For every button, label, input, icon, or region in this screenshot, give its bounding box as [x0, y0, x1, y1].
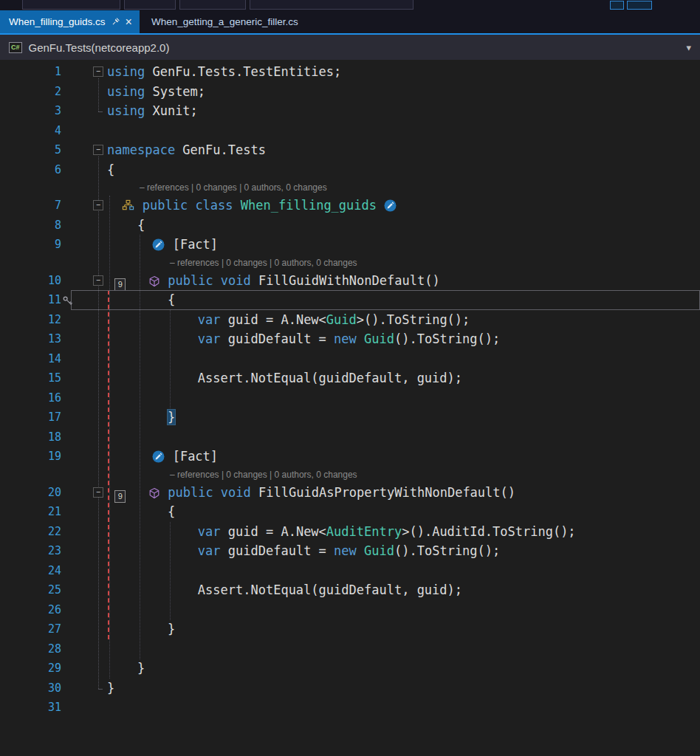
code-segment: var	[198, 331, 221, 346]
code-segment: }	[107, 661, 145, 676]
code-line[interactable]: Assert.NotEqual(guidDefault, guid);	[107, 368, 462, 388]
code-segment: public void	[168, 273, 258, 288]
code-line[interactable]: [Fact]	[107, 235, 218, 255]
line-number: 29	[0, 659, 71, 678]
code-line[interactable]: }	[107, 408, 175, 427]
editor-row: 15 Assert.NotEqual(guidDefault, guid);	[0, 368, 700, 388]
editor-row: 22 var guid = A.New<AuditEntry>().AuditI…	[0, 522, 700, 542]
code-editor[interactable]: 1−using GenFu.Tests.TestEntities;2using …	[0, 60, 700, 756]
outlining-margin	[71, 447, 107, 467]
code-segment: Guid	[364, 331, 394, 346]
editor-row: 24	[0, 561, 700, 581]
toolbar-fragment	[250, 0, 414, 10]
code-line[interactable]: public class When_filling_guids	[107, 196, 397, 216]
editor-row: 10− 9 public void FillGuidWithNonDefault…	[0, 271, 700, 291]
code-line[interactable]: var guidDefault = new Guid().ToString();	[107, 541, 500, 561]
toolbar-button[interactable]	[627, 1, 652, 10]
code-line[interactable]: }	[107, 619, 175, 639]
collapse-toggle-icon[interactable]: −	[93, 200, 103, 210]
editor-row: 18	[0, 427, 700, 447]
code-segment: var	[198, 543, 221, 558]
code-line[interactable]: 9 public void FillGuidWithNonDefault()	[107, 271, 440, 291]
editor-row: 1−using GenFu.Tests.TestEntities;	[0, 62, 700, 82]
code-line[interactable]: var guidDefault = new Guid().ToString();	[107, 329, 500, 349]
code-line[interactable]: namespace GenFu.Tests	[107, 140, 266, 160]
line-number: 11	[0, 290, 71, 310]
key-icon	[62, 294, 74, 314]
outlining-margin	[71, 541, 107, 561]
code-segment	[357, 543, 364, 558]
collapse-toggle-icon[interactable]: −	[93, 487, 103, 498]
code-line[interactable]: {	[107, 216, 145, 236]
chevron-down-icon[interactable]: ▾	[686, 42, 691, 53]
tab-when-getting-a-generic-filler[interactable]: When_getting_a_generic_filler.cs	[140, 10, 306, 33]
code-metric-badge: 9	[114, 490, 126, 503]
outlining-margin: −	[71, 140, 107, 160]
toolbar-fragment	[179, 0, 246, 10]
outlining-margin	[71, 698, 107, 718]
line-number	[0, 179, 71, 196]
code-segment: ().ToString();	[394, 543, 500, 558]
line-number	[0, 467, 71, 483]
codelens-indicator[interactable]: – references | 0 changes | 0 authors, 0 …	[107, 179, 327, 196]
code-line[interactable]: var guid = A.New<Guid>().ToString();	[107, 310, 470, 330]
outlining-margin	[71, 255, 107, 271]
line-number: 18	[0, 427, 71, 447]
collapse-toggle-icon[interactable]: −	[93, 145, 103, 155]
outlining-margin	[71, 82, 107, 102]
codelens-indicator[interactable]: – references | 0 changes | 0 authors, 0 …	[107, 467, 357, 483]
code-segment: >().AuditId.ToString();	[402, 524, 575, 539]
outlining-margin	[71, 310, 107, 330]
code-segment	[126, 485, 148, 500]
close-icon[interactable]: ×	[126, 16, 132, 28]
code-segment: FillGuidAsPropertyWithNonDefault()	[258, 485, 515, 500]
outlining-margin	[71, 427, 107, 447]
line-number: 20	[0, 483, 71, 503]
navigation-bar[interactable]: C# GenFu.Tests(netcoreapp2.0) ▾	[0, 35, 700, 60]
editor-row: 9 [Fact]	[0, 235, 700, 255]
outlining-margin	[71, 561, 107, 581]
line-number: 14	[0, 349, 71, 369]
outlining-margin	[71, 619, 107, 639]
line-number: 1	[0, 62, 71, 82]
pin-icon[interactable]	[111, 17, 120, 27]
pencil-icon[interactable]	[384, 198, 397, 218]
collapse-toggle-icon[interactable]: −	[93, 275, 103, 286]
code-segment	[126, 273, 148, 288]
code-line[interactable]: }	[107, 678, 114, 698]
code-line[interactable]: using Xunit;	[107, 101, 198, 121]
outlining-margin	[71, 368, 107, 388]
line-number: 6	[0, 160, 71, 180]
code-line[interactable]: }	[107, 659, 145, 678]
pencil-icon[interactable]	[152, 237, 165, 257]
toolbar-button[interactable]	[610, 1, 624, 10]
code-segment: Guid	[326, 312, 357, 327]
pencil-icon[interactable]	[152, 449, 165, 469]
outlining-margin: −	[71, 483, 107, 503]
code-line[interactable]: using System;	[107, 82, 205, 102]
codelens-indicator[interactable]: – references | 0 changes | 0 authors, 0 …	[107, 255, 357, 271]
outlining-margin	[71, 101, 107, 121]
codelens-row: – references | 0 changes | 0 authors, 0 …	[0, 179, 700, 196]
code-line[interactable]: {	[107, 160, 114, 180]
code-segment: When_filling_guids	[241, 198, 377, 213]
editor-row: 4	[0, 121, 700, 141]
code-segment: {	[107, 292, 175, 307]
line-number: 7	[0, 196, 71, 216]
toolbar-fragment	[22, 0, 120, 10]
code-line[interactable]: {	[107, 502, 175, 522]
editor-row: 30}	[0, 678, 700, 698]
code-segment: namespace	[107, 142, 175, 157]
code-line[interactable]: 9 public void FillGuidAsPropertyWithNonD…	[107, 483, 515, 503]
outlining-margin: −	[71, 196, 107, 216]
code-line[interactable]: Assert.NotEqual(guidDefault, guid);	[107, 580, 462, 600]
collapse-toggle-icon[interactable]: −	[93, 66, 103, 77]
tab-when-filling-guids[interactable]: When_filling_guids.cs ×	[0, 10, 140, 33]
code-line[interactable]: var guid = A.New<AuditEntry>().AuditId.T…	[107, 522, 576, 542]
code-line[interactable]: using GenFu.Tests.TestEntities;	[107, 62, 341, 82]
line-number: 24	[0, 561, 71, 581]
editor-rows: 1−using GenFu.Tests.TestEntities;2using …	[0, 62, 700, 718]
code-line[interactable]: {	[107, 290, 175, 310]
code-segment	[107, 198, 122, 213]
code-line[interactable]: [Fact]	[107, 447, 218, 467]
